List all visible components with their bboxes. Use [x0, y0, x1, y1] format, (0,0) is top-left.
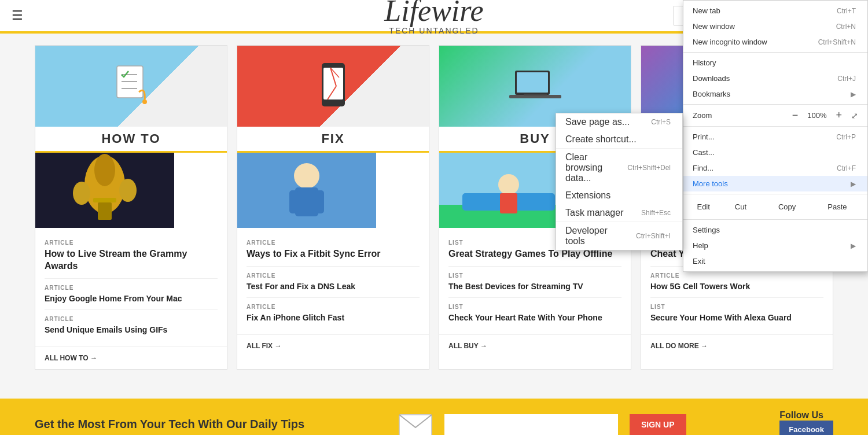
buy-article-item-2: LIST Check Your Heart Rate With Your Pho…: [448, 298, 621, 329]
zoom-row: Zoom − 100% + ⤢: [683, 107, 867, 124]
article-title[interactable]: Fix An iPhone Glitch Fast: [247, 312, 420, 323]
article-title[interactable]: Ways to Fix a Fitbit Sync Error: [247, 248, 420, 260]
article-type-label: LIST: [650, 304, 823, 310]
svg-rect-21: [315, 190, 324, 213]
howto-article-item-1: ARTICLE Enjoy Google Home From Your Mac: [45, 279, 218, 310]
svg-rect-25: [524, 94, 547, 95]
menu-item-save-page[interactable]: Save page as... Ctrl+S: [556, 113, 682, 131]
fix-all-link[interactable]: ALL FIX →: [237, 334, 429, 357]
menu-section-history: History Downloads Ctrl+J Bookmarks ▶: [683, 53, 867, 105]
hamburger-menu-icon[interactable]: ☰: [12, 8, 23, 23]
article-type-label: ARTICLE: [45, 285, 218, 291]
edit-row: Edit Cut Copy Paste: [683, 197, 867, 217]
chrome-context-menu: New tab Ctrl+T New window Ctrl+N New inc…: [683, 0, 868, 272]
category-card-howto: HOW TO ARTICLE How to Live Stream the Gr…: [35, 45, 227, 370]
menu-item-print[interactable]: Print... Ctrl+P: [683, 129, 867, 145]
article-title[interactable]: How to Live Stream the Grammy Awards: [45, 248, 218, 272]
howto-header-bg: [35, 46, 227, 127]
howto-article-item-0: ARTICLE How to Live Stream the Grammy Aw…: [45, 234, 218, 279]
svg-rect-8: [93, 198, 116, 202]
article-title[interactable]: Test For and Fix a DNS Leak: [247, 281, 420, 292]
buy-all-link[interactable]: ALL BUY →: [439, 334, 631, 357]
domore-all-link[interactable]: ALL DO MORE →: [641, 334, 833, 357]
menu-item-clear-browsing[interactable]: Clear browsing data... Ctrl+Shift+Del: [556, 149, 682, 187]
cut-button[interactable]: Cut: [728, 200, 753, 213]
article-type-label: ARTICLE: [247, 272, 420, 279]
grammy-image: [35, 153, 174, 228]
menu-section-tools: Print... Ctrl+P Cast... Find... Ctrl+F M…: [683, 127, 867, 194]
menu-section-edit: Edit Cut Copy Paste: [683, 194, 867, 220]
copy-button[interactable]: Copy: [771, 200, 803, 213]
facebook-button[interactable]: Facebook: [779, 421, 833, 435]
zoom-label: Zoom: [693, 111, 712, 120]
menu-item-create-shortcut[interactable]: Create shortcut...: [556, 131, 682, 148]
svg-point-29: [498, 174, 519, 195]
menu-item-find[interactable]: Find... Ctrl+F: [683, 160, 867, 176]
zoom-fullscreen-button[interactable]: ⤢: [851, 111, 858, 120]
menu-item-new-tab[interactable]: New tab Ctrl+T: [683, 3, 867, 19]
menu-item-downloads[interactable]: Downloads Ctrl+J: [683, 71, 867, 86]
fix-header-bg: [237, 46, 429, 127]
howto-featured-image: [35, 153, 227, 228]
logo-area: Lifewire Tech Untangled: [384, 0, 483, 35]
svg-rect-23: [517, 72, 548, 93]
article-title[interactable]: The Best Devices for Streaming TV: [448, 281, 621, 292]
edit-label: Edit: [697, 202, 709, 211]
menu-item-help[interactable]: Help ▶: [683, 238, 867, 253]
menu-item-settings[interactable]: Settings: [683, 222, 867, 238]
fix-category-label[interactable]: FIX: [237, 127, 429, 153]
zoom-controls: − 100% + ⤢: [790, 109, 858, 121]
article-title[interactable]: Secure Your Home With Alexa Guard: [650, 312, 823, 323]
svg-point-11: [119, 179, 137, 202]
howto-category-label[interactable]: HOW TO: [35, 127, 227, 153]
menu-item-extensions[interactable]: Extensions: [556, 187, 682, 204]
article-title[interactable]: Check Your Heart Rate With Your Phone: [448, 312, 621, 323]
email-icon: [398, 410, 433, 435]
fix-article-item-2: ARTICLE Fix An iPhone Glitch Fast: [247, 298, 420, 329]
article-type-label: LIST: [448, 272, 621, 279]
menu-item-task-manager[interactable]: Task manager Shift+Esc: [556, 204, 682, 222]
fix-illustration: [313, 57, 354, 115]
bottom-banner: Get the Most From Your Tech With Our Dai…: [0, 399, 868, 435]
category-card-fix: FIX ARTICLE Ways to Fix a Fitbit Sync Er…: [237, 45, 429, 370]
zoom-percent: 100%: [807, 111, 826, 120]
fix-article-list: ARTICLE Ways to Fix a Fitbit Sync Error …: [237, 228, 429, 334]
svg-point-18: [294, 163, 319, 189]
menu-section-new: New tab Ctrl+T New window Ctrl+N New inc…: [683, 1, 867, 53]
article-type-label: LIST: [448, 304, 621, 310]
follow-us-label: Follow Us: [779, 410, 833, 421]
menu-section-zoom: Zoom − 100% + ⤢: [683, 105, 867, 127]
email-input[interactable]: [444, 414, 618, 435]
howto-article-item-2: ARTICLE Send Unique Emails Using GIFs: [45, 310, 218, 341]
article-title[interactable]: How 5G Cell Towers Work: [650, 281, 823, 292]
banner-right: SIGN UP: [398, 410, 686, 435]
zoom-minus-button[interactable]: −: [790, 109, 801, 121]
howto-all-link[interactable]: ALL HOW TO →: [35, 346, 227, 369]
svg-point-10: [73, 182, 90, 205]
more-tools-submenu: Save page as... Ctrl+S Create shortcut..…: [556, 113, 683, 250]
menu-item-more-tools[interactable]: More tools ▶: [683, 176, 867, 191]
paste-button[interactable]: Paste: [821, 200, 854, 213]
zoom-plus-button[interactable]: +: [833, 109, 844, 121]
menu-item-cast[interactable]: Cast...: [683, 145, 867, 160]
menu-item-developer-tools[interactable]: Developer tools Ctrl+Shift+I: [556, 222, 682, 250]
site-logo[interactable]: Lifewire: [384, 0, 483, 26]
article-type-label: ARTICLE: [247, 304, 420, 310]
signup-button[interactable]: SIGN UP: [630, 414, 686, 435]
svg-point-4: [142, 99, 147, 104]
article-type-label: ARTICLE: [247, 239, 420, 246]
site-tagline: Tech Untangled: [384, 26, 483, 35]
menu-item-history[interactable]: History: [683, 55, 867, 71]
menu-section-settings: Settings Help ▶ Exit: [683, 220, 867, 271]
menu-item-exit[interactable]: Exit: [683, 253, 867, 269]
menu-item-new-window[interactable]: New window Ctrl+N: [683, 19, 867, 34]
fix-article-item-0: ARTICLE Ways to Fix a Fitbit Sync Error: [247, 234, 420, 267]
article-title[interactable]: Enjoy Google Home From Your Mac: [45, 293, 218, 304]
menu-item-new-incognito[interactable]: New incognito window Ctrl+Shift+N: [683, 34, 867, 50]
buy-article-item-1: LIST The Best Devices for Streaming TV: [448, 267, 621, 298]
svg-rect-30: [500, 193, 517, 213]
svg-rect-9: [98, 202, 112, 220]
menu-item-bookmarks[interactable]: Bookmarks ▶: [683, 86, 867, 102]
buy-illustration: [506, 62, 564, 111]
article-title[interactable]: Send Unique Emails Using GIFs: [45, 325, 218, 335]
